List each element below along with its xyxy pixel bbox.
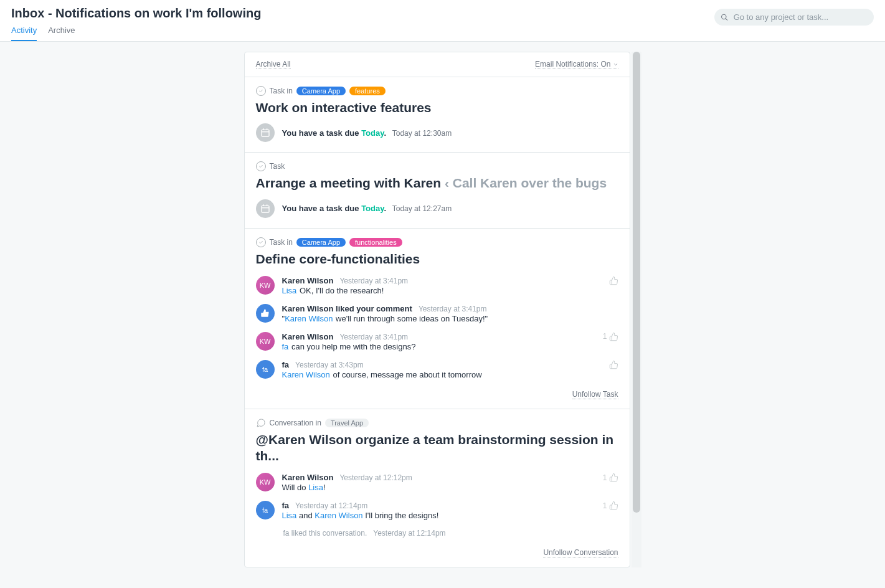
avatar[interactable]: fa <box>256 501 275 519</box>
like-button[interactable] <box>609 276 618 285</box>
content-area: Archive All Email Notifications: On Task… <box>0 42 885 567</box>
comment-author[interactable]: fa <box>282 501 290 510</box>
comment-row: Karen Wilson liked your commentYesterday… <box>256 304 618 323</box>
comment-author: Karen Wilson liked your comment <box>282 304 412 313</box>
scroll-container: Archive All Email Notifications: On Task… <box>244 52 641 567</box>
check-circle-icon <box>256 237 266 247</box>
like-button[interactable]: 1 <box>603 501 618 510</box>
mention[interactable]: Lisa <box>308 483 323 492</box>
scrollbar-thumb[interactable] <box>633 52 640 513</box>
like-button[interactable] <box>609 360 618 369</box>
like-count: 1 <box>603 473 607 482</box>
unfollow-task-link[interactable]: Unfollow Task <box>572 390 618 399</box>
svg-rect-2 <box>262 130 269 137</box>
comment-timestamp: Yesterday at 12:12pm <box>339 473 412 482</box>
tab-activity[interactable]: Activity <box>11 23 37 41</box>
card-title: Arrange a meeting with Karen ‹ Call Kare… <box>256 175 618 191</box>
comment-text: Karen Wilson of course, message me about… <box>282 370 602 379</box>
project-pill[interactable]: Travel App <box>325 419 369 427</box>
mention[interactable]: Karen Wilson <box>315 511 362 520</box>
comment-timestamp: Yesterday at 3:41pm <box>419 305 487 313</box>
project-pill[interactable]: Camera App <box>296 87 346 95</box>
due-text: You have a task due Today. Today at 12:2… <box>282 204 452 213</box>
inbox-feed: Archive All Email Notifications: On Task… <box>244 52 630 567</box>
comment-row: KW Karen WilsonYesterday at 3:41pm Lisa … <box>256 276 618 295</box>
feed-toolbar: Archive All Email Notifications: On <box>245 52 630 77</box>
card-meta: Task in Camera App features <box>256 86 618 96</box>
search-box[interactable] <box>714 9 874 26</box>
system-activity: fa liked this conversation. Yesterday at… <box>283 529 618 538</box>
card-footer: Unfollow Task <box>256 389 618 399</box>
card-title: Define core-functionalities <box>256 251 618 267</box>
mention[interactable]: Lisa <box>282 511 297 520</box>
svg-line-1 <box>726 18 727 20</box>
inbox-card[interactable]: Conversation in Travel App @Karen Wilson… <box>245 409 630 567</box>
tab-archive[interactable]: Archive <box>48 23 75 41</box>
comment-author[interactable]: Karen Wilson <box>282 276 334 285</box>
system-text: fa liked this conversation. <box>283 529 367 538</box>
comment-author[interactable]: Karen Wilson <box>282 473 334 482</box>
avatar[interactable]: KW <box>256 473 275 491</box>
comment-row: fa faYesterday at 12:14pm Lisa and Karen… <box>256 501 618 520</box>
comment-text: Lisa and Karen Wilson I'll bring the des… <box>282 511 595 520</box>
tag-pill[interactable]: functionalities <box>349 238 402 247</box>
like-count: 1 <box>603 332 607 341</box>
card-type-label: Conversation in <box>270 419 321 427</box>
card-footer: Unfollow Conversation <box>256 548 618 557</box>
svg-rect-6 <box>262 206 269 212</box>
mention[interactable]: Lisa <box>282 286 297 295</box>
header-tabs: Activity Archive <box>11 23 874 41</box>
calendar-icon <box>256 123 275 142</box>
project-pill[interactable]: Camera App <box>296 238 346 247</box>
card-title: @Karen Wilson organize a team brainstorm… <box>256 432 618 465</box>
comment-row: KW Karen WilsonYesterday at 12:12pm Will… <box>256 473 618 492</box>
comment-timestamp: Yesterday at 3:43pm <box>295 361 364 369</box>
search-icon <box>721 13 729 22</box>
svg-point-0 <box>722 14 726 19</box>
comment-text: Will do Lisa! <box>282 483 595 492</box>
scrollbar-track[interactable] <box>632 52 641 567</box>
inbox-card[interactable]: Task in Camera App functionalities Defin… <box>245 229 630 409</box>
email-notifications-toggle[interactable]: Email Notifications: On <box>535 60 618 69</box>
comment-author[interactable]: Karen Wilson <box>282 332 334 341</box>
due-text: You have a task due Today. Today at 12:3… <box>282 128 452 138</box>
comment-row: fa faYesterday at 3:43pm Karen Wilson of… <box>256 360 618 379</box>
comment-timestamp: Yesterday at 3:41pm <box>339 277 408 285</box>
mention[interactable]: Karen Wilson <box>285 314 333 323</box>
search-input[interactable] <box>732 12 868 22</box>
comment-text: "Karen Wilson we'll run through some ide… <box>282 314 618 323</box>
like-button[interactable]: 1 <box>603 332 618 341</box>
inbox-card[interactable]: Task Arrange a meeting with Karen ‹ Call… <box>245 153 630 228</box>
card-meta: Task in Camera App functionalities <box>256 237 618 247</box>
calendar-icon <box>256 199 275 218</box>
comment-timestamp: Yesterday at 12:14pm <box>295 501 367 510</box>
due-time: Today at 12:30am <box>392 129 452 138</box>
card-type-label: Task <box>270 162 285 171</box>
tag-pill[interactable]: features <box>349 87 386 95</box>
unfollow-conversation-link[interactable]: Unfollow Conversation <box>543 548 618 557</box>
check-circle-icon <box>256 161 266 171</box>
card-type-label: Task in <box>270 87 293 95</box>
like-button[interactable]: 1 <box>603 473 618 482</box>
email-notif-label: Email Notifications: On <box>535 60 610 69</box>
comment-text: fa can you help me with the designs? <box>282 342 595 351</box>
avatar[interactable]: KW <box>256 332 275 351</box>
like-avatar-icon <box>256 304 275 323</box>
card-type-label: Task in <box>270 238 293 247</box>
card-title: Work on interactive features <box>256 100 618 116</box>
mention[interactable]: fa <box>282 342 289 351</box>
check-circle-icon <box>256 86 266 96</box>
mention[interactable]: Karen Wilson <box>282 370 330 379</box>
avatar[interactable]: fa <box>256 360 275 379</box>
avatar[interactable]: KW <box>256 276 275 295</box>
comment-row: KW Karen WilsonYesterday at 3:41pm fa ca… <box>256 332 618 351</box>
comment-author[interactable]: fa <box>282 360 290 369</box>
card-meta: Conversation in Travel App <box>256 418 618 428</box>
due-time: Today at 12:27am <box>392 204 452 213</box>
comment-text: Lisa OK, I'll do the research! <box>282 286 602 295</box>
inbox-card[interactable]: Task in Camera App features Work on inte… <box>245 77 630 153</box>
due-row: You have a task due Today. Today at 12:2… <box>256 199 618 218</box>
parent-task-label: ‹ Call Karen over the bugs <box>445 176 607 190</box>
page-header: Inbox - Notifications on work I'm follow… <box>0 0 885 42</box>
archive-all-link[interactable]: Archive All <box>256 60 291 69</box>
